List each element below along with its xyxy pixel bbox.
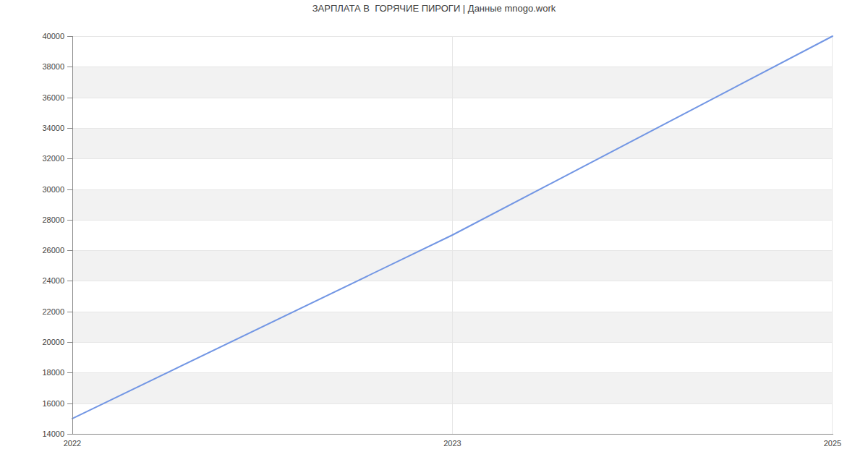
y-axis-line xyxy=(72,36,73,434)
y-tick-label: 20000 xyxy=(21,338,64,346)
y-tick-label: 24000 xyxy=(21,276,64,285)
y-tick-mark xyxy=(67,36,72,37)
x-tick-label: 2025 xyxy=(804,439,861,448)
y-tick-mark xyxy=(67,312,72,312)
y-tick-mark xyxy=(67,158,72,159)
y-tick-mark xyxy=(67,434,72,435)
x-tick-label: 2022 xyxy=(43,439,101,448)
y-tick-mark xyxy=(67,189,72,190)
salary-line xyxy=(72,36,833,419)
y-tick-label: 30000 xyxy=(21,185,64,194)
y-tick-mark xyxy=(67,250,72,251)
y-tick-mark xyxy=(67,372,72,373)
y-tick-label: 16000 xyxy=(21,399,64,408)
y-tick-mark xyxy=(67,342,72,343)
y-tick-mark xyxy=(67,128,72,129)
plot-area xyxy=(72,36,833,434)
y-tick-label: 28000 xyxy=(21,215,64,224)
x-axis-line xyxy=(72,434,833,435)
y-tick-mark xyxy=(67,220,72,221)
y-tick-label: 38000 xyxy=(21,62,64,71)
y-tick-mark xyxy=(67,403,72,404)
y-tick-label: 14000 xyxy=(21,430,64,438)
y-tick-mark xyxy=(67,98,72,98)
y-tick-label: 36000 xyxy=(21,93,64,102)
y-tick-label: 26000 xyxy=(21,246,64,255)
line-layer xyxy=(72,36,833,434)
x-tick-label: 2023 xyxy=(424,439,482,448)
y-tick-mark xyxy=(67,281,72,281)
y-tick-label: 18000 xyxy=(21,368,64,377)
y-tick-mark xyxy=(67,67,72,67)
y-tick-label: 22000 xyxy=(21,307,64,316)
y-tick-label: 32000 xyxy=(21,154,64,163)
salary-chart: ЗАРПЛАТА В ГОРЯЧИЕ ПИРОГИ | Данные mnogo… xyxy=(0,0,868,470)
chart-title: ЗАРПЛАТА В ГОРЯЧИЕ ПИРОГИ | Данные mnogo… xyxy=(0,3,868,14)
y-tick-label: 34000 xyxy=(21,124,64,132)
y-tick-label: 40000 xyxy=(21,32,64,40)
